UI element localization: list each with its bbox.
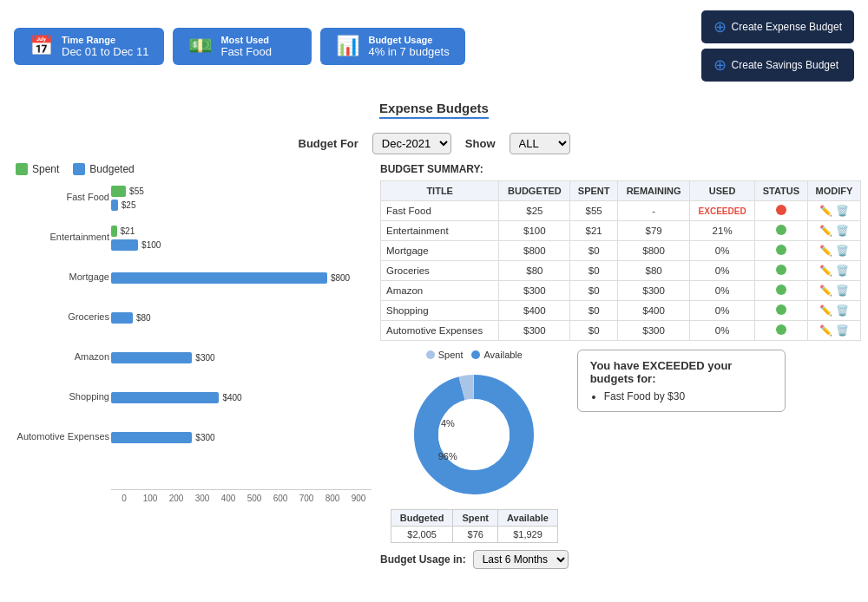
bar-row: Amazon$300 <box>111 342 372 373</box>
budget-summary-title: BUDGET SUMMARY: <box>380 163 861 175</box>
status-dot <box>776 225 786 235</box>
modify-cell: ✏️🗑️ <box>807 241 860 261</box>
x-tick: 0 <box>111 494 137 503</box>
table-cell: $800 <box>617 241 689 261</box>
budget-usage-value: 4% in 7 budgets <box>368 45 449 58</box>
edit-icon[interactable]: ✏️ <box>819 324 832 337</box>
spent-legend-label: Spent <box>32 163 59 175</box>
top-bar: 📅 Time Range Dec 01 to Dec 11 💵 Most Use… <box>0 0 868 92</box>
table-cell: $55 <box>570 201 618 221</box>
delete-icon[interactable]: 🗑️ <box>836 245 849 257</box>
x-tick: 100 <box>137 494 163 503</box>
show-select[interactable]: ALL Active <box>510 133 570 154</box>
chart-legend: Spent Budgeted <box>16 163 372 175</box>
budgeted-bar <box>111 392 219 403</box>
bar-row: Shopping$400 <box>111 382 372 413</box>
main-content: Spent Budgeted Fast Food$55$25Entertainm… <box>0 163 868 569</box>
delete-icon[interactable]: 🗑️ <box>836 225 849 237</box>
spent-bar <box>111 226 117 237</box>
table-cell: - <box>617 201 689 221</box>
budget-usage-label: Budget Usage <box>368 35 449 45</box>
budgeted-bar-label: $800 <box>331 273 350 283</box>
status-cell <box>754 221 807 241</box>
table-header: TITLE <box>381 181 499 201</box>
bar-label: Amazon <box>7 351 109 363</box>
x-tick: 300 <box>189 494 215 503</box>
table-row: Mortgage$800$0$8000%✏️🗑️ <box>381 241 861 261</box>
time-range-metric[interactable]: 📅 Time Range Dec 01 to Dec 11 <box>14 28 164 65</box>
table-cell: $0 <box>570 241 618 261</box>
bar-row: Mortgage$800 <box>111 262 372 293</box>
table-cell: $300 <box>617 321 689 341</box>
table-row: Shopping$400$0$4000%✏️🗑️ <box>381 301 861 321</box>
delete-icon[interactable]: 🗑️ <box>836 324 849 337</box>
table-cell: $25 <box>499 201 570 221</box>
x-tick: 700 <box>293 494 319 503</box>
edit-icon[interactable]: ✏️ <box>819 225 832 237</box>
budgeted-bar-label: $100 <box>141 240 161 250</box>
modify-cell: ✏️🗑️ <box>807 221 860 241</box>
table-cell: $0 <box>570 261 618 281</box>
used-cell: 0% <box>690 261 755 281</box>
budget-for-select[interactable]: Dec-2021 Nov-2021 Jan-2022 <box>372 133 451 154</box>
table-cell: Entertainment <box>381 221 499 241</box>
table-cell: Amazon <box>381 281 499 301</box>
budgeted-bar <box>111 200 118 211</box>
table-header: BUDGETED <box>499 181 570 201</box>
status-dot <box>776 205 786 215</box>
table-cell: Shopping <box>381 301 499 321</box>
bar-row: Automotive Expenses$300 <box>111 422 372 453</box>
table-header: SPENT <box>570 181 618 201</box>
budgeted-bar-label: $80 <box>136 313 151 323</box>
edit-icon[interactable]: ✏️ <box>819 265 832 277</box>
action-buttons: ⊕ Create Expense Budget ⊕ Create Savings… <box>701 10 854 82</box>
edit-icon[interactable]: ✏️ <box>819 304 832 317</box>
budget-usage-select[interactable]: Last 6 Months Last 3 Months Last Year <box>473 550 569 569</box>
right-panel: BUDGET SUMMARY: TITLEBUDGETEDSPENTREMAIN… <box>380 163 861 569</box>
edit-icon[interactable]: ✏️ <box>819 205 832 217</box>
budget-usage-row: Budget Usage in: Last 6 Months Last 3 Mo… <box>380 550 569 569</box>
status-cell <box>754 201 807 221</box>
donut-available-dot <box>471 350 480 359</box>
donut-chart: 4% 96% <box>404 365 543 504</box>
status-cell <box>754 301 807 321</box>
table-cell: $79 <box>617 221 689 241</box>
table-header: REMAINING <box>617 181 689 201</box>
table-cell: Fast Food <box>381 201 499 221</box>
x-tick: 900 <box>345 494 372 503</box>
delete-icon[interactable]: 🗑️ <box>836 285 849 297</box>
delete-icon[interactable]: 🗑️ <box>836 205 849 217</box>
most-used-label: Most Used <box>220 35 272 45</box>
most-used-metric[interactable]: 💵 Most Used Fast Food <box>173 28 312 65</box>
modify-cell: ✏️🗑️ <box>807 201 860 221</box>
table-row: Entertainment$100$21$7921%✏️🗑️ <box>381 221 861 241</box>
table-cell: $100 <box>499 221 570 241</box>
most-used-value: Fast Food <box>220 45 272 58</box>
delete-icon[interactable]: 🗑️ <box>836 265 849 277</box>
x-tick: 500 <box>241 494 267 503</box>
bar-row: Entertainment$21$100 <box>111 222 372 253</box>
donut-spent-label: Spent <box>438 350 464 360</box>
table-cell: $0 <box>570 321 618 341</box>
bar-chart-area: Fast Food$55$25Entertainment$21$100Mortg… <box>7 182 372 487</box>
table-header: USED <box>690 181 755 201</box>
delete-icon[interactable]: 🗑️ <box>836 304 849 317</box>
edit-icon[interactable]: ✏️ <box>819 285 832 297</box>
bar-row: Fast Food$55$25 <box>111 182 372 213</box>
table-cell: Automotive Expenses <box>381 321 499 341</box>
table-cell: $300 <box>617 281 689 301</box>
used-cell: 0% <box>690 321 755 341</box>
create-expense-button[interactable]: ⊕ Create Expense Budget <box>701 10 854 43</box>
table-row: Amazon$300$0$3000%✏️🗑️ <box>381 281 861 301</box>
section-title-wrap: Expense Budgets <box>0 92 868 124</box>
table-cell: $300 <box>499 281 570 301</box>
exceeded-title: You have EXCEEDED your budgets for: <box>590 359 773 385</box>
time-range-value: Dec 01 to Dec 11 <box>62 45 148 58</box>
exceeded-box: You have EXCEEDED your budgets for: Fast… <box>577 350 786 412</box>
budget-usage-metric[interactable]: 📊 Budget Usage 4% in 7 budgets <box>320 28 464 65</box>
status-cell <box>754 241 807 261</box>
summary-header: Budgeted <box>391 510 453 527</box>
create-savings-button[interactable]: ⊕ Create Savings Budget <box>701 49 854 82</box>
edit-icon[interactable]: ✏️ <box>819 245 832 257</box>
plus-icon-2: ⊕ <box>713 56 727 75</box>
